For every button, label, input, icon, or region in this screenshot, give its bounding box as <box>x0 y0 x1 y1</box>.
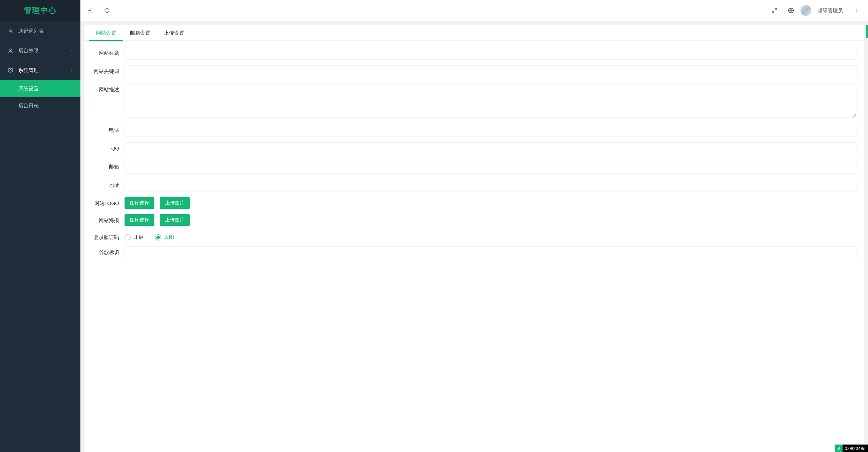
sidebar-item-label: 系统设置 <box>18 86 39 92</box>
input-address[interactable] <box>125 179 856 192</box>
sidebar-item-system[interactable]: 系统管理 <box>0 60 80 80</box>
label-site-poster: 网站海报 <box>92 214 125 224</box>
svg-line-6 <box>773 11 774 13</box>
chevron-down-icon <box>70 48 74 54</box>
collapse-sidebar-button[interactable] <box>84 0 97 21</box>
sidebar-item-label: 系统管理 <box>18 67 39 74</box>
header: 超级管理员 <box>80 0 868 21</box>
label-site-keywords: 网站关键词 <box>92 65 125 75</box>
fullscreen-button[interactable] <box>768 0 781 21</box>
sidebar-nav: 助记词列表 后台权限 系统管理 <box>0 21 80 452</box>
sidebar-item-label: 后台日志 <box>18 103 39 109</box>
radio-captcha-on[interactable]: 开启 <box>125 234 144 240</box>
svg-point-0 <box>10 49 11 51</box>
textarea-site-desc[interactable] <box>125 84 856 117</box>
label-site-title: 网站标题 <box>92 47 125 56</box>
perf-time: 0.082048s <box>845 446 865 451</box>
button-logo-gallery[interactable]: 图库选择 <box>125 197 154 209</box>
radio-dot-icon <box>125 234 131 240</box>
button-logo-upload[interactable]: 上传图片 <box>160 197 190 209</box>
input-site-keywords[interactable] <box>125 65 856 78</box>
language-button[interactable] <box>784 0 798 21</box>
refresh-button[interactable] <box>100 0 114 21</box>
tab-upload-settings[interactable]: 上传设置 <box>157 25 191 40</box>
sidebar-submenu-system: 系统设置 后台日志 <box>0 80 80 114</box>
input-site-title[interactable] <box>125 47 856 60</box>
button-poster-upload[interactable]: 上传图片 <box>160 214 190 226</box>
content: 网站设置 邮箱设置 上传设置 网站标题 网站关键词 网站描述 <box>80 21 868 452</box>
username[interactable]: 超级管理员 <box>817 7 843 14</box>
sidebar-item-system-settings[interactable]: 系统设置 <box>0 80 80 97</box>
svg-line-5 <box>775 8 777 10</box>
tabs: 网站设置 邮箱设置 上传设置 <box>84 25 864 41</box>
sidebar-item-label: 助记词列表 <box>18 28 44 34</box>
scroll-indicator[interactable] <box>866 25 868 38</box>
tab-site-settings[interactable]: 网站设置 <box>89 25 123 40</box>
label-site-logo: 网站LOGO <box>92 197 125 207</box>
label-phone: 电话 <box>92 124 125 133</box>
sidebar: 管理中心 助记词列表 后台权限 系 <box>0 0 80 452</box>
flame-icon <box>7 28 14 34</box>
label-google-flag: 谷歌标识 <box>92 246 125 256</box>
radio-dot-icon <box>155 234 161 240</box>
radio-label: 关闭 <box>164 234 174 240</box>
gear-icon <box>7 67 14 73</box>
form: 网站标题 网站关键词 网站描述 电话 <box>84 41 864 271</box>
chevron-up-icon <box>70 68 74 73</box>
svg-point-10 <box>856 10 857 11</box>
button-poster-gallery[interactable]: 图库选择 <box>125 214 154 226</box>
label-email: 邮箱 <box>92 161 125 170</box>
tab-mail-settings[interactable]: 邮箱设置 <box>123 25 157 40</box>
sidebar-item-permissions[interactable]: 后台权限 <box>0 41 80 60</box>
user-icon <box>7 48 14 54</box>
perf-badge[interactable]: 0.082048s <box>835 445 868 452</box>
main: 超级管理员 网站设置 邮箱设置 上传设置 网站标题 <box>80 0 868 452</box>
input-phone[interactable] <box>125 124 856 137</box>
input-google-flag[interactable] <box>125 246 856 259</box>
label-qq: QQ <box>92 142 125 151</box>
app-logo: 管理中心 <box>0 0 80 21</box>
svg-point-9 <box>856 8 857 9</box>
panel: 网站设置 邮箱设置 上传设置 网站标题 网站关键词 网站描述 <box>84 25 864 452</box>
svg-point-11 <box>856 12 857 13</box>
leaf-icon <box>835 445 843 452</box>
more-menu-button[interactable] <box>852 0 862 21</box>
avatar[interactable] <box>800 5 811 16</box>
sidebar-item-admin-log[interactable]: 后台日志 <box>0 97 80 114</box>
radio-label: 开启 <box>133 234 144 240</box>
label-site-desc: 网站描述 <box>92 84 125 93</box>
svg-point-1 <box>10 70 11 71</box>
label-login-captcha: 登录验证码 <box>92 231 125 241</box>
sidebar-item-label: 后台权限 <box>18 48 39 54</box>
input-qq[interactable] <box>125 142 856 155</box>
input-email[interactable] <box>125 161 856 174</box>
radio-captcha-off[interactable]: 关闭 <box>155 234 174 240</box>
sidebar-item-mnemonics[interactable]: 助记词列表 <box>0 21 80 41</box>
label-address: 地址 <box>92 179 125 188</box>
